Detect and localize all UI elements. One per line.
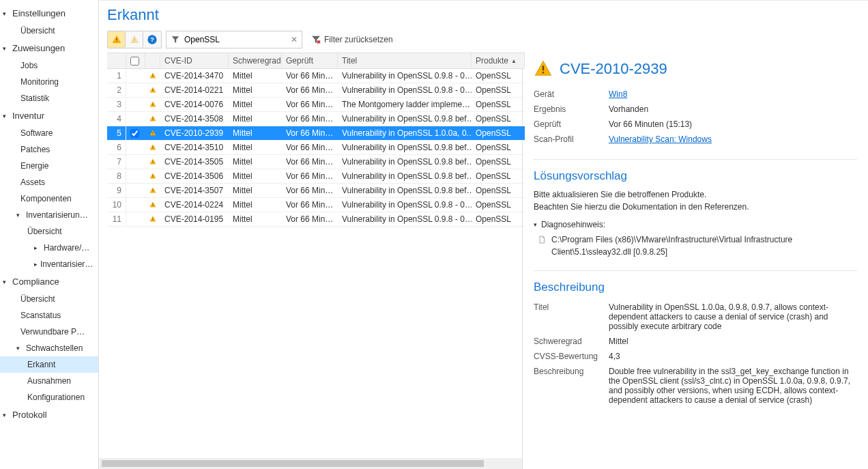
column-header[interactable]: Schweregrad bbox=[229, 53, 282, 69]
nav-section-zuweisungen[interactable]: ▾Zuweisungen bbox=[0, 39, 98, 57]
column-header[interactable] bbox=[126, 53, 145, 69]
chevron-down-icon: ▾ bbox=[16, 345, 23, 352]
warning-icon bbox=[149, 114, 156, 124]
warning-icon bbox=[149, 128, 156, 138]
reset-filter-button[interactable]: Filter zurücksetzen bbox=[306, 34, 397, 45]
nav-item[interactable]: Konfigurationen bbox=[0, 389, 98, 406]
chevron-down-icon: ▾ bbox=[3, 45, 10, 52]
warning-icon bbox=[149, 100, 156, 109]
main-content: Erkannt ✕ Filter zurücksetzen bbox=[99, 0, 868, 469]
description-heading: Beschreibung bbox=[534, 270, 857, 294]
nav-item[interactable]: Erkannt bbox=[0, 356, 98, 373]
column-header[interactable]: Titel bbox=[338, 53, 472, 69]
column-header[interactable] bbox=[107, 53, 126, 69]
chevron-right-icon: ▸ bbox=[34, 244, 41, 251]
nav-item[interactable]: Software bbox=[0, 125, 98, 141]
nav-item[interactable]: Energie bbox=[0, 158, 98, 174]
filter-box[interactable]: ✕ bbox=[166, 31, 302, 48]
nav-section-inventur[interactable]: ▾Inventur bbox=[0, 106, 98, 125]
nav-item[interactable]: Patches bbox=[0, 141, 98, 158]
nav-item[interactable]: Assets bbox=[0, 174, 98, 190]
nav-item[interactable]: Komponenten bbox=[0, 190, 98, 207]
column-header[interactable]: CVE-ID bbox=[160, 53, 229, 69]
nav-item[interactable]: Scanstatus bbox=[0, 307, 98, 324]
sidebar: ▾EinstellungenÜbersicht▾ZuweisungenJobsM… bbox=[0, 0, 99, 469]
help-button[interactable] bbox=[143, 31, 161, 48]
toolbar: ✕ Filter zurücksetzen bbox=[107, 31, 860, 48]
warning-icon bbox=[149, 85, 156, 95]
warning-grey-button[interactable] bbox=[126, 31, 143, 48]
nav-section-protokoll[interactable]: ▾Protokoll bbox=[0, 406, 98, 424]
column-header[interactable] bbox=[145, 53, 160, 69]
diagnosis-path: C:\Program Files (x86)\VMware\Infrastruc… bbox=[551, 233, 857, 258]
detail-cve-title: CVE-2010-2939 bbox=[560, 60, 667, 78]
document-icon bbox=[538, 235, 546, 244]
warning-icon bbox=[149, 71, 156, 81]
nav-group[interactable]: ▾Inventarisierun… bbox=[0, 207, 98, 223]
device-link[interactable]: Win8 bbox=[609, 89, 627, 99]
chevron-down-icon: ▾ bbox=[3, 279, 10, 285]
clear-filter-icon[interactable]: ✕ bbox=[291, 35, 298, 44]
nav-item[interactable]: Übersicht bbox=[0, 223, 98, 240]
detail-panel: CVE-2010-2939 GerätWin8 ErgebnisVorhande… bbox=[522, 53, 868, 469]
warning-filter-button[interactable] bbox=[108, 31, 126, 48]
nav-item[interactable]: Übersicht bbox=[0, 23, 98, 39]
nav-item[interactable]: Monitoring bbox=[0, 74, 98, 90]
nav-item[interactable]: Ausnahmen bbox=[0, 373, 98, 389]
nav-item[interactable]: Verwundbare P… bbox=[0, 324, 98, 340]
funnel-reset-icon bbox=[310, 34, 321, 45]
scan-profile-link[interactable]: Vulnerability Scan: Windows bbox=[609, 134, 712, 144]
nav-item[interactable]: ▸Inventarisier… bbox=[0, 256, 98, 272]
warning-icon bbox=[534, 59, 553, 79]
nav-group[interactable]: ▾Schwachstellen bbox=[0, 340, 98, 356]
chevron-down-icon: ▾ bbox=[3, 412, 10, 418]
warning-icon bbox=[149, 200, 156, 210]
warning-icon bbox=[149, 157, 156, 167]
solution-heading: Lösungsvorschlag bbox=[534, 159, 857, 183]
warning-icon bbox=[149, 214, 156, 224]
warning-icon bbox=[149, 143, 156, 152]
row-checkbox[interactable] bbox=[130, 129, 139, 138]
column-header[interactable]: Produkte ▲ bbox=[472, 53, 525, 69]
cve-table[interactable]: CVE-IDSchweregradGeprüftTitelProdukte ▲1… bbox=[107, 53, 522, 227]
warning-icon bbox=[149, 186, 156, 195]
column-header[interactable]: Geprüft bbox=[282, 53, 338, 69]
page-title: Erkannt bbox=[107, 6, 860, 24]
warning-icon bbox=[149, 171, 156, 181]
nav-item[interactable]: Übersicht bbox=[0, 291, 98, 307]
chevron-down-icon: ▾ bbox=[3, 10, 10, 17]
nav-item[interactable]: Jobs bbox=[0, 57, 98, 74]
horizontal-scrollbar[interactable] bbox=[99, 458, 522, 469]
funnel-icon bbox=[171, 35, 180, 44]
select-all-checkbox[interactable] bbox=[130, 57, 139, 66]
chevron-down-icon: ▾ bbox=[16, 212, 23, 218]
nav-section-compliance[interactable]: ▾Compliance bbox=[0, 272, 98, 291]
nav-item[interactable]: ▸Hardware/… bbox=[0, 240, 98, 256]
chevron-down-icon: ▾ bbox=[3, 113, 10, 119]
filter-input[interactable] bbox=[184, 35, 291, 44]
nav-section-einstellungen[interactable]: ▾Einstellungen bbox=[0, 4, 98, 23]
nav-item[interactable]: Statistik bbox=[0, 90, 98, 106]
chevron-right-icon: ▸ bbox=[34, 261, 38, 268]
diagnosis-toggle[interactable]: ▾ Diagnosehinweis: bbox=[534, 220, 857, 229]
